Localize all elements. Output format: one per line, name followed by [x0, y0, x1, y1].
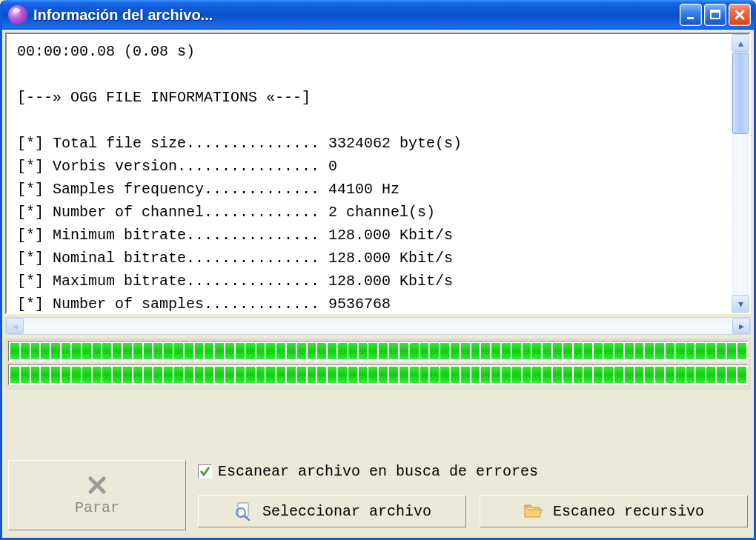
progress-bar-1 — [8, 341, 748, 361]
progress-segment — [195, 343, 204, 359]
progress-segment — [502, 343, 511, 359]
log-frame: 00:00:00.08 (0.08 s) [---» OGG FILE INFO… — [5, 33, 751, 314]
progress-segment — [185, 367, 193, 383]
progress-segment — [256, 343, 265, 359]
progress-segment — [133, 367, 142, 383]
progress-segment — [10, 343, 19, 359]
progress-segment — [41, 343, 50, 359]
progress-segment — [31, 343, 40, 359]
progress-segment — [491, 343, 500, 359]
minimize-icon — [685, 9, 697, 21]
progress-segment — [737, 367, 746, 383]
progress-segment — [276, 343, 285, 359]
progress-segment — [604, 343, 613, 359]
progress-segment — [523, 367, 531, 383]
progress-segment — [574, 343, 583, 359]
scroll-right-button[interactable]: ▸ — [732, 318, 750, 334]
progress-segment — [359, 367, 368, 383]
titlebar[interactable]: Información del archivo... — [2, 0, 754, 30]
progress-segment — [686, 343, 695, 359]
horizontal-scrollbar[interactable]: ◂ ▸ — [5, 317, 751, 335]
progress-segment — [696, 343, 705, 359]
progress-segment — [72, 367, 81, 383]
scroll-left-button[interactable]: ◂ — [6, 318, 24, 334]
window-controls — [680, 4, 751, 26]
scroll-track[interactable] — [732, 135, 749, 295]
stop-button[interactable]: Parar — [8, 460, 186, 530]
progress-segment — [10, 367, 19, 383]
progress-segment — [440, 367, 449, 383]
progress-segment — [31, 367, 40, 383]
progress-segment — [451, 367, 460, 383]
progress-segment — [276, 367, 285, 383]
minimize-button[interactable] — [680, 4, 702, 26]
checkmark-icon — [199, 466, 210, 477]
progress-segment — [338, 367, 347, 383]
progress-segment — [328, 343, 336, 359]
progress-segment — [246, 367, 255, 383]
progress-segment — [461, 367, 470, 383]
chevron-up-icon: ▴ — [738, 37, 743, 49]
progress-segment — [471, 343, 480, 359]
recursive-scan-button[interactable]: Escaneo recursivo — [480, 495, 748, 527]
progress-segment — [706, 367, 715, 383]
progress-segment — [328, 367, 336, 383]
progress-segment — [185, 343, 193, 359]
progress-segment — [338, 343, 347, 359]
progress-segment — [153, 367, 162, 383]
scroll-up-button[interactable]: ▴ — [732, 34, 749, 52]
progress-segment — [164, 367, 173, 383]
progress-segment — [471, 367, 480, 383]
progress-segment — [399, 367, 408, 383]
progress-segment — [236, 343, 245, 359]
progress-segment — [195, 367, 204, 383]
progress-segment — [676, 343, 685, 359]
progress-segment — [308, 367, 316, 383]
select-file-button[interactable]: Seleccionar archivo — [198, 495, 466, 527]
hscroll-track[interactable] — [24, 318, 732, 334]
progress-segment — [594, 367, 603, 383]
progress-segment — [205, 367, 213, 383]
progress-segment — [93, 367, 102, 383]
progress-segment — [645, 367, 654, 383]
progress-segment — [317, 367, 326, 383]
select-file-button-label: Seleccionar archivo — [262, 503, 431, 520]
progress-segment — [491, 367, 500, 383]
app-icon — [8, 5, 27, 24]
progress-segment — [686, 367, 695, 383]
progress-segment — [532, 367, 541, 383]
progress-segment — [62, 367, 70, 383]
progress-segment — [543, 343, 551, 359]
progress-segment — [563, 343, 572, 359]
file-search-icon — [233, 501, 252, 521]
log-text-area[interactable]: 00:00:00.08 (0.08 s) [---» OGG FILE INFO… — [7, 34, 732, 313]
maximize-button[interactable] — [704, 4, 726, 26]
progress-segment — [706, 343, 715, 359]
progress-segment — [113, 343, 122, 359]
folder-open-icon — [523, 501, 543, 521]
scroll-down-button[interactable]: ▾ — [732, 295, 749, 313]
progress-segment — [410, 343, 419, 359]
progress-segment — [174, 367, 183, 383]
progress-segment — [113, 367, 122, 383]
progress-segment — [727, 343, 736, 359]
progress-segment — [451, 343, 460, 359]
progress-segment — [379, 367, 388, 383]
progress-segment — [727, 367, 736, 383]
progress-segment — [440, 343, 449, 359]
progress-segment — [512, 343, 521, 359]
close-button[interactable] — [729, 4, 751, 26]
progress-segment — [420, 367, 429, 383]
progress-segment — [584, 367, 593, 383]
progress-segment — [635, 343, 644, 359]
progress-segment — [666, 343, 674, 359]
progress-segment — [604, 367, 613, 383]
progress-segment — [51, 367, 60, 383]
progress-segment — [236, 367, 245, 383]
progress-segment — [399, 343, 408, 359]
scan-errors-checkbox[interactable] — [198, 464, 212, 479]
scroll-thumb[interactable] — [732, 53, 749, 134]
vertical-scrollbar[interactable]: ▴ ▾ — [732, 34, 749, 313]
progress-segment — [205, 343, 213, 359]
progress-segment — [317, 343, 326, 359]
